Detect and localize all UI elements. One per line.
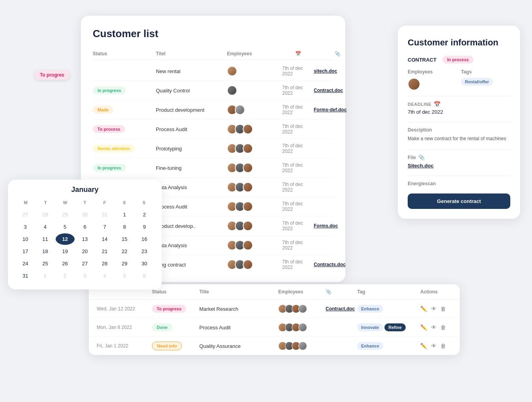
divider	[408, 122, 510, 122]
contract-label: CONTRACT	[408, 57, 436, 63]
calendar-day[interactable]: 1	[36, 270, 54, 282]
calendar-day[interactable]: 25	[36, 258, 54, 269]
employees-col: Employees	[408, 69, 457, 90]
calendar-day[interactable]: 20	[75, 246, 94, 257]
calendar-day[interactable]: 27	[16, 209, 35, 220]
delete-icon[interactable]: 🗑	[440, 324, 446, 331]
table-row[interactable]: In progress Fine-tuning 7th of dec 2022	[93, 158, 333, 178]
calendar-day[interactable]: 30	[75, 209, 94, 220]
calendar-day[interactable]: 31	[95, 209, 114, 220]
row-file: Forms.doc	[314, 223, 361, 229]
edit-icon[interactable]: ✏️	[420, 306, 427, 312]
table-header: Status Titel Employees 📅 📎	[93, 48, 333, 60]
row-date: Mon, Jan 8 2022	[97, 325, 152, 330]
row-avatars	[227, 259, 282, 270]
calendar-day[interactable]: 9	[135, 221, 154, 233]
calendar-day[interactable]: 21	[95, 246, 114, 257]
calendar-day[interactable]: 3	[75, 270, 94, 282]
bt-col-status: Status	[152, 289, 199, 295]
calendar-day[interactable]: 23	[135, 246, 154, 257]
file-link[interactable]: Sitech.doc	[408, 163, 510, 169]
view-icon[interactable]: 👁	[431, 306, 436, 312]
calendar-day[interactable]: 28	[36, 209, 54, 220]
calendar-day[interactable]: 1	[115, 209, 134, 220]
tag-cell: Innovate Refine	[357, 323, 420, 331]
calendar-day[interactable]: 11	[36, 233, 54, 245]
calendar-day[interactable]: 16	[135, 233, 154, 245]
calendar-day[interactable]: 5	[56, 221, 75, 233]
row-title-cell: Process Audit	[156, 204, 227, 210]
calendar-day[interactable]: 29	[56, 209, 75, 220]
customer-list-title: Customer list	[93, 28, 333, 40]
bottom-table-row[interactable]: Mon, Jan 8 2022 Done Process Audit Innov…	[89, 318, 460, 337]
edit-icon[interactable]: ✏️	[420, 324, 427, 331]
row-title-cell: Product develop..	[156, 223, 227, 229]
calendar-day[interactable]: 19	[56, 246, 75, 257]
table-row[interactable]: In progress Quality Control 7th of dec 2…	[93, 81, 333, 100]
row-avatars	[227, 182, 282, 192]
status-badge: Done	[152, 323, 172, 331]
calendar-day[interactable]: 17	[16, 246, 35, 257]
calendar-day[interactable]: 7	[95, 221, 114, 233]
row-file: Forms-def.doc	[314, 107, 361, 113]
calendar-month: January	[71, 186, 98, 194]
calendar-header: January	[16, 186, 154, 194]
deadline-label: Deadline	[408, 102, 431, 107]
row-avatars	[227, 163, 282, 173]
edit-icon[interactable]: ✏️	[420, 343, 427, 349]
calendar-day[interactable]: 4	[36, 221, 54, 233]
calendar-day[interactable]: 12	[56, 233, 75, 245]
bt-col-date	[97, 289, 152, 295]
calendar-day[interactable]: 6	[135, 270, 154, 282]
view-icon[interactable]: 👁	[431, 324, 436, 331]
delete-icon[interactable]: 🗑	[440, 343, 446, 349]
row-status-cell: To progress	[152, 305, 199, 313]
deadline-section: Deadline 📅 7th of dec 2022	[408, 101, 510, 115]
table-row[interactable]: Needs attention Prototyping 7th of dec 2…	[93, 139, 333, 158]
row-avatars	[278, 342, 326, 350]
bottom-table-row[interactable]: Fri, Jan 1 2022 Need info Quality Assura…	[89, 337, 460, 355]
table-row[interactable]: Made Product development 7th of dec 2022…	[93, 100, 333, 120]
calendar-day[interactable]: 6	[75, 221, 94, 233]
table-row[interactable]: To process Process Audit 7th of dec 2022	[93, 120, 333, 139]
day-header-t2: T	[75, 199, 95, 207]
bt-col-actions: Actions	[420, 289, 460, 295]
description-text: Make a new contract for the rental of ma…	[408, 135, 510, 142]
row-date: 7th of dec 2022	[282, 162, 314, 173]
bottom-table-row[interactable]: Wed, Jan 12 2022 To progress Market Rese…	[89, 300, 460, 318]
calendar-day[interactable]: 2	[135, 209, 154, 220]
calendar-day[interactable]: 14	[95, 233, 114, 245]
calendar-day[interactable]: 26	[56, 258, 75, 269]
tag-enhance: Enhance	[357, 305, 383, 313]
calendar-day[interactable]: 4	[95, 270, 114, 282]
calendar-days-header: M T W T F S S	[16, 199, 154, 207]
row-status-cell: Need info	[152, 342, 199, 350]
calendar-day[interactable]: 31	[16, 270, 35, 282]
calendar-day[interactable]: 22	[115, 246, 134, 257]
calendar-day[interactable]: 15	[115, 233, 134, 245]
calendar-day[interactable]: 28	[95, 258, 114, 269]
calendar-day[interactable]: 2	[56, 270, 75, 282]
row-avatars	[227, 240, 282, 250]
generate-contract-button[interactable]: Generate contract	[408, 193, 510, 209]
calendar-day[interactable]: 3	[16, 221, 35, 233]
view-icon[interactable]: 👁	[431, 343, 436, 349]
calendar-day[interactable]: 27	[75, 258, 94, 269]
day-header-s2: S	[134, 199, 154, 207]
table-row[interactable]: New rental 7th of dec 2022 sitech.doc	[93, 62, 333, 81]
avatar	[298, 323, 307, 332]
row-title-cell: Process Audit	[156, 126, 227, 132]
calendar-day[interactable]: 30	[135, 258, 154, 269]
col-clip-icon: 📎	[314, 51, 361, 56]
calendar-day[interactable]: 18	[36, 246, 54, 257]
calendar-day[interactable]: 10	[16, 233, 35, 245]
row-date: 7th of dec 2022	[282, 124, 314, 135]
calendar-day[interactable]: 29	[115, 258, 134, 269]
delete-icon[interactable]: 🗑	[440, 306, 446, 312]
calendar-day[interactable]: 5	[115, 270, 134, 282]
calendar-day[interactable]: 24	[16, 258, 35, 269]
actions-cell: ✏️ 👁 🗑	[420, 306, 460, 312]
day-header-s: S	[114, 199, 134, 207]
calendar-day[interactable]: 8	[115, 221, 134, 233]
calendar-day[interactable]: 13	[75, 233, 94, 245]
